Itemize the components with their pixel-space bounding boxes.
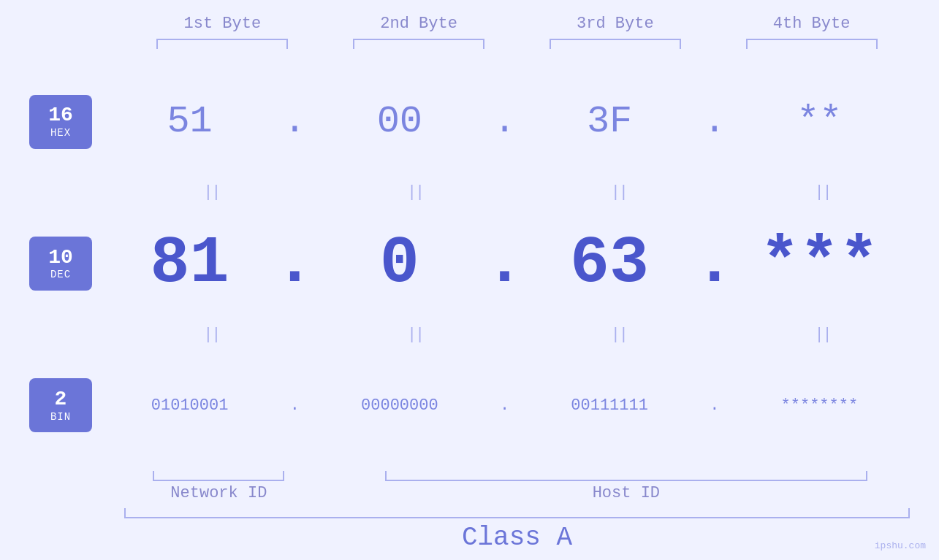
hex-byte-4: ** bbox=[729, 100, 910, 143]
dec-byte-3: 63 bbox=[520, 226, 700, 301]
dec-base-number: 10 bbox=[48, 247, 73, 269]
bin-base-label: BIN bbox=[50, 411, 71, 423]
bracket-top-2 bbox=[353, 39, 484, 49]
hex-badge: 16 HEX bbox=[29, 95, 92, 149]
network-id-label: Network ID bbox=[124, 484, 313, 502]
bracket-top-1 bbox=[156, 39, 288, 49]
dec-val-2: 0 bbox=[380, 226, 419, 301]
dec-badge: 10 DEC bbox=[29, 237, 92, 291]
top-bracket-3 bbox=[517, 39, 714, 49]
hex-byte-2: 00 bbox=[309, 100, 490, 143]
byte-label-4: 4th Byte bbox=[713, 15, 910, 33]
eq2-cell1: || bbox=[124, 326, 299, 344]
eq1-cell3: || bbox=[532, 183, 707, 202]
hex-row: 16 HEX 51 . 00 . 3F . ** bbox=[29, 60, 910, 183]
dec-dot-1: . bbox=[280, 226, 309, 301]
bin-dot-1: . bbox=[280, 396, 309, 415]
top-bracket-4 bbox=[713, 39, 910, 49]
eq1-cell1: || bbox=[124, 183, 299, 202]
dec-val-1: 81 bbox=[151, 226, 229, 301]
bin-badge: 2 BIN bbox=[29, 378, 92, 432]
hex-base-number: 16 bbox=[48, 104, 73, 127]
top-bracket-1 bbox=[124, 39, 321, 49]
bin-values-area: 01010001 . 00000000 . 00111111 . *******… bbox=[99, 396, 910, 415]
eq2-cell2: || bbox=[328, 326, 503, 344]
hex-val-1: 51 bbox=[167, 100, 212, 143]
watermark: ipshu.com bbox=[875, 540, 926, 551]
dec-byte-1: 81 bbox=[99, 226, 280, 301]
bin-val-4: ******** bbox=[781, 396, 859, 415]
dec-dot-3: . bbox=[700, 226, 729, 301]
bin-val-3: 00111111 bbox=[571, 396, 648, 415]
dec-val-4: *** bbox=[760, 226, 878, 301]
host-bracket bbox=[385, 471, 867, 481]
hex-val-3: 3F bbox=[587, 100, 632, 143]
class-bracket bbox=[124, 508, 910, 518]
hex-val-2: 00 bbox=[377, 100, 422, 143]
main-container: 1st Byte 2nd Byte 3rd Byte 4th Byte 16 H… bbox=[0, 0, 939, 560]
id-brackets bbox=[124, 471, 910, 481]
dec-dot-2: . bbox=[490, 226, 520, 301]
bin-byte-3: 00111111 bbox=[520, 396, 700, 415]
equals-row-1: || || || || bbox=[29, 183, 910, 202]
hex-byte-3: 3F bbox=[520, 100, 700, 143]
top-bracket-2 bbox=[321, 39, 517, 49]
hex-values-area: 51 . 00 . 3F . ** bbox=[99, 100, 910, 143]
host-bracket-container bbox=[343, 471, 910, 481]
network-bracket bbox=[153, 471, 284, 481]
byte-labels-row: 1st Byte 2nd Byte 3rd Byte 4th Byte bbox=[29, 15, 910, 33]
dec-base-label: DEC bbox=[50, 269, 71, 280]
hex-dot-2: . bbox=[490, 100, 520, 143]
network-bracket-container bbox=[124, 471, 313, 481]
hex-byte-1: 51 bbox=[99, 100, 280, 143]
byte-label-1: 1st Byte bbox=[124, 15, 321, 33]
hex-val-4: ** bbox=[797, 100, 842, 143]
dec-row: 10 DEC 81 . 0 . 63 . *** bbox=[29, 202, 910, 325]
class-bracket-row bbox=[124, 508, 910, 518]
bin-row: 2 BIN 01010001 . 00000000 . 00111111 . *… bbox=[29, 344, 910, 467]
equals-row-2: || || || || bbox=[29, 326, 910, 344]
class-a-label: Class A bbox=[462, 523, 572, 553]
bin-val-1: 01010001 bbox=[151, 396, 229, 415]
eq2-cell3: || bbox=[532, 326, 707, 344]
top-brackets-row bbox=[29, 39, 910, 49]
bottom-section: Network ID Host ID Class A bbox=[29, 471, 910, 553]
hex-dot-3: . bbox=[700, 100, 729, 143]
dec-byte-4: *** bbox=[729, 226, 910, 301]
dec-values-area: 81 . 0 . 63 . *** bbox=[99, 226, 910, 301]
id-labels: Network ID Host ID bbox=[124, 484, 910, 502]
eq1-cell4: || bbox=[735, 183, 910, 202]
bin-byte-4: ******** bbox=[729, 396, 910, 415]
class-label-row: Class A bbox=[124, 523, 910, 553]
hex-base-label: HEX bbox=[50, 127, 71, 139]
bracket-top-4 bbox=[746, 39, 878, 49]
bin-base-number: 2 bbox=[55, 388, 67, 411]
eq2-cell4: || bbox=[735, 326, 910, 344]
bin-dot-3: . bbox=[700, 396, 729, 415]
bin-dot-2: . bbox=[490, 396, 520, 415]
bin-val-2: 00000000 bbox=[361, 396, 438, 415]
dec-val-3: 63 bbox=[570, 226, 649, 301]
eq1-cell2: || bbox=[328, 183, 503, 202]
hex-dot-1: . bbox=[280, 100, 309, 143]
byte-label-3: 3rd Byte bbox=[517, 15, 714, 33]
dec-byte-2: 0 bbox=[309, 226, 490, 301]
bracket-top-3 bbox=[550, 39, 681, 49]
bin-byte-1: 01010001 bbox=[99, 396, 280, 415]
host-id-label: Host ID bbox=[343, 484, 910, 502]
bin-byte-2: 00000000 bbox=[309, 396, 490, 415]
byte-label-2: 2nd Byte bbox=[321, 15, 517, 33]
